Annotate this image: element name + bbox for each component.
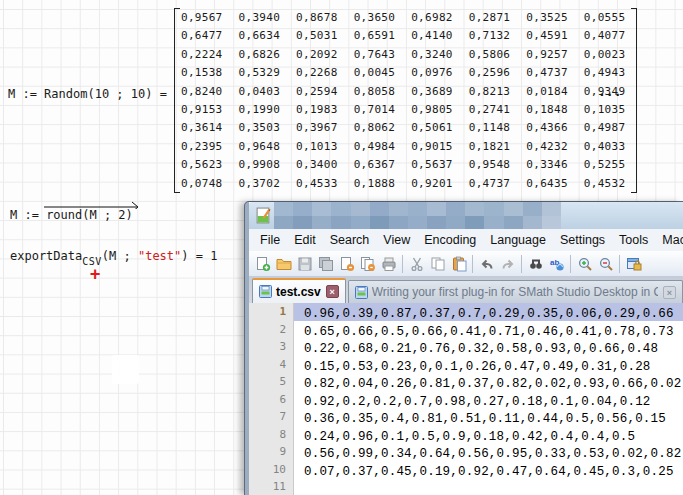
matrix-cell: 0,8062 [354, 119, 396, 137]
line-content: 0.96,0.39,0.87,0.37,0.7,0.29,0.35,0.06,0… [294, 303, 683, 321]
editor-line-7[interactable]: 70.36,0.35,0.4,0.81,0.51,0.11,0.44,0.5,0… [249, 408, 683, 426]
line-content: 0.56,0.99,0.34,0.64,0.56,0.95,0.33,0.53,… [294, 443, 683, 461]
matrix-cell: 0,3525 [526, 9, 568, 27]
matrix-definition-expression[interactable]: M := Random(10 ; 10) = [8, 87, 167, 101]
mosaic-block [523, 202, 542, 216]
close-all-icon[interactable] [357, 253, 378, 275]
menu-macro[interactable]: Macro [655, 231, 683, 249]
find-icon[interactable] [525, 253, 546, 275]
undo-icon[interactable] [476, 253, 497, 275]
line-content: 0.22,0.68,0.21,0.76,0.32,0.58,0.93,0,0.6… [294, 338, 683, 356]
editor-lines: 10.96,0.39,0.87,0.37,0.7,0.29,0.35,0.06,… [249, 303, 683, 495]
menu-file[interactable]: File [253, 231, 287, 249]
editor-line-6[interactable]: 60.92,0.2,0.2,0.7,0.98,0.27,0.18,0.1,0.0… [249, 391, 683, 409]
matrix-cell: 0,0555 [584, 9, 626, 27]
close-tab-icon[interactable]: × [326, 285, 339, 298]
matrix-cell: 0,5623 [181, 156, 223, 174]
matrix-cell: 0,7643 [354, 46, 396, 64]
editor-line-8[interactable]: 80.24,0.96,0.1,0.5,0.9,0.18,0.42,0.4,0.4… [249, 426, 683, 444]
editor-line-9[interactable]: 90.56,0.99,0.34,0.64,0.56,0.95,0.33,0.53… [249, 443, 683, 461]
matrix-cell: 0,2871 [469, 9, 511, 27]
mosaic-block [465, 202, 484, 216]
editor-line-4[interactable]: 40.15,0.53,0.23,0,0.1,0.26,0.47,0.49,0.3… [249, 356, 683, 374]
save-icon[interactable] [294, 253, 315, 275]
csv-text: 0.07,0.37,0.45,0.19,0.92,0.47,0.64,0.45,… [304, 465, 674, 479]
zoom-out-icon[interactable] [595, 253, 616, 275]
text-editor[interactable]: 10.96,0.39,0.87,0.37,0.7,0.29,0.35,0.06,… [249, 303, 683, 495]
line-number: 8 [249, 426, 294, 444]
matrix-cell: 0,4943 [584, 64, 626, 82]
mosaic-block [484, 216, 503, 230]
matrix-cell: 0,2594 [296, 83, 338, 101]
matrix-cell: 0,9805 [411, 101, 453, 119]
matrix-cell: 0,8240 [181, 83, 223, 101]
insertion-cursor-crosshair[interactable]: + [90, 264, 100, 284]
matrix-cell: 0,0184 [526, 83, 568, 101]
mosaic-block [351, 202, 370, 216]
editor-line-2[interactable]: 20.65,0.66,0.5,0.66,0.41,0.71,0.46,0.41,… [249, 321, 683, 339]
matrix-cell: 0,4232 [526, 138, 568, 156]
matrix-cell: 0,2268 [296, 64, 338, 82]
matrix-cell: 0,4737 [526, 64, 568, 82]
matrix-cell: 0,4033 [584, 138, 626, 156]
matrix-cell: 0,1013 [296, 138, 338, 156]
matrix-cell: 0,6477 [181, 27, 223, 45]
matrix-cell: 0,4140 [411, 27, 453, 45]
matrix-cell: 0,3702 [239, 175, 281, 193]
csv-text: 0.65,0.66,0.5,0.66,0.41,0.71,0.46,0.41,0… [304, 325, 674, 339]
matrix-cell: 0,1148 [469, 119, 511, 137]
cut-icon[interactable] [406, 253, 427, 275]
matrix-right-bracket [631, 8, 637, 193]
toolbar-separator [570, 255, 571, 273]
csv-text: 0.24,0.96,0.1,0.5,0.9,0.18,0.42,0.4,0.4,… [304, 430, 635, 444]
matrix-cell: 0,5637 [411, 156, 453, 174]
csv-text: 0.82,0.04,0.26,0.81,0.37,0.82,0.02,0.93,… [304, 377, 681, 391]
round-expression[interactable]: M := round(M ; 2) [10, 208, 133, 222]
round-prefix: M := [10, 208, 46, 222]
copy-icon[interactable] [427, 253, 448, 275]
toolbar-separator [521, 255, 522, 273]
new-file-icon[interactable] [252, 253, 273, 275]
matrix-cell: 0,1990 [239, 101, 281, 119]
mosaic-block [312, 202, 331, 216]
tab-smath-plugin-doc[interactable]: Writing your first plug-in for SMath Stu… [348, 280, 683, 303]
editor-line-1[interactable]: 10.96,0.39,0.87,0.37,0.7,0.29,0.35,0.06,… [249, 303, 683, 321]
close-tab-icon[interactable]: × [663, 286, 676, 299]
export-string-argument: "test" [138, 249, 181, 263]
menu-settings[interactable]: Settings [553, 231, 612, 249]
redo-icon[interactable] [497, 253, 518, 275]
tab-test-csv[interactable]: test.csv × [252, 278, 346, 303]
zoom-in-icon[interactable] [574, 253, 595, 275]
menu-view[interactable]: View [376, 231, 417, 249]
expression-text: M := Random(10 ; 10) = [8, 87, 167, 101]
menu-edit[interactable]: Edit [287, 231, 323, 249]
matrix-cell: 0,9567 [181, 9, 223, 27]
paste-icon[interactable] [448, 253, 469, 275]
editor-line-10[interactable]: 100.07,0.37,0.45,0.19,0.92,0.47,0.64,0.4… [249, 461, 683, 479]
close-file-icon[interactable] [336, 253, 357, 275]
mosaic-block [542, 202, 561, 216]
editor-line-5[interactable]: 50.82,0.04,0.26,0.81,0.37,0.82,0.02,0.93… [249, 373, 683, 391]
replace-icon[interactable]: ab [546, 253, 567, 275]
export-expression[interactable]: exportDataCSV(M ; "test") = 1 [10, 249, 217, 263]
mosaic-block [293, 202, 312, 216]
mosaic-block [274, 202, 293, 216]
sync-view-icon[interactable] [623, 253, 644, 275]
matrix-cell: 0,2596 [469, 64, 511, 82]
open-file-icon[interactable] [273, 253, 294, 275]
titlebar[interactable] [249, 202, 683, 229]
line-content: 0.24,0.96,0.1,0.5,0.9,0.18,0.42,0.4,0.4,… [294, 426, 683, 444]
line-number: 4 [249, 356, 294, 374]
print-icon[interactable] [378, 253, 399, 275]
menu-encoding[interactable]: Encoding [417, 231, 483, 249]
menu-tools[interactable]: Tools [612, 231, 655, 249]
line-content: 0.65,0.66,0.5,0.66,0.41,0.71,0.46,0.41,0… [294, 321, 683, 339]
matrix-cell: 0,7132 [469, 27, 511, 45]
matrix-cell: 0,5255 [584, 156, 626, 174]
save-all-icon[interactable] [315, 253, 336, 275]
menu-search[interactable]: Search [323, 231, 377, 249]
matrix-cell: 0,9648 [239, 138, 281, 156]
editor-line-11[interactable]: 11 [249, 478, 683, 495]
menu-language[interactable]: Language [483, 231, 553, 249]
editor-line-3[interactable]: 30.22,0.68,0.21,0.76,0.32,0.58,0.93,0,0.… [249, 338, 683, 356]
